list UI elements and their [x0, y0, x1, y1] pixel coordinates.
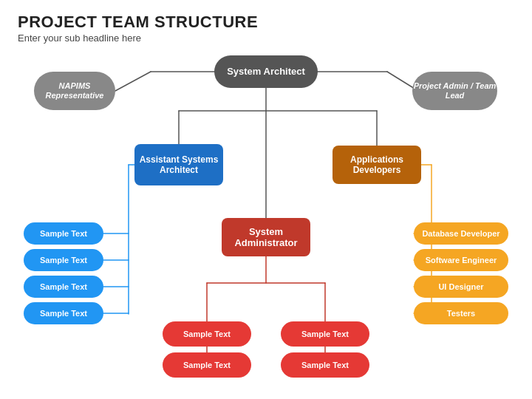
node-ui-designer: UI Designer	[414, 276, 508, 298]
node-blue-4: Sample Text	[24, 302, 103, 324]
org-chart: System Architect NAPIMS Representative P…	[18, 48, 514, 384]
node-napims: NAPIMS Representative	[34, 72, 115, 110]
node-red-3: Sample Text	[281, 321, 369, 347]
node-database-developer: Database Developer	[414, 222, 508, 245]
node-blue-2: Sample Text	[24, 249, 103, 271]
node-system-architect: System Architect	[214, 55, 318, 88]
page: PROJECT TEAM STRUCTURE Enter your sub he…	[0, 0, 532, 399]
node-blue-3: Sample Text	[24, 276, 103, 298]
node-red-2: Sample Text	[163, 352, 251, 378]
node-software-engineer: Software Engineer	[414, 249, 508, 271]
node-sys-admin: System Administrator	[222, 218, 310, 256]
node-testers: Testers	[414, 302, 508, 324]
page-subtitle: Enter your sub headline here	[18, 33, 514, 44]
node-project-admin: Project Admin / Team Lead	[412, 72, 497, 110]
node-blue-1: Sample Text	[24, 222, 103, 245]
page-title: PROJECT TEAM STRUCTURE	[18, 13, 514, 31]
node-red-4: Sample Text	[281, 352, 369, 378]
node-assistant: Assistant Systems Architect	[134, 144, 223, 185]
svg-line-1	[115, 72, 151, 91]
node-red-1: Sample Text	[163, 321, 251, 347]
node-app-dev: Applications Developers	[332, 146, 421, 184]
